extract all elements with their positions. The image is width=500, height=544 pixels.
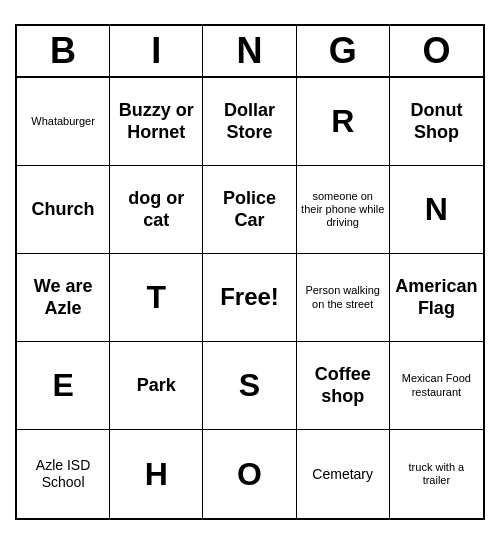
bingo-cell: Free! (203, 254, 296, 342)
header-letter: B (17, 26, 110, 76)
header-letter: O (390, 26, 483, 76)
bingo-cell: Church (17, 166, 110, 254)
bingo-cell: American Flag (390, 254, 483, 342)
header-letter: I (110, 26, 203, 76)
bingo-header: BINGO (17, 26, 483, 78)
bingo-cell: E (17, 342, 110, 430)
bingo-cell: Coffee shop (297, 342, 390, 430)
header-letter: G (297, 26, 390, 76)
bingo-cell: someone on their phone while driving (297, 166, 390, 254)
bingo-card: BINGO WhataburgerBuzzy or HornetDollar S… (15, 24, 485, 520)
bingo-cell: R (297, 78, 390, 166)
bingo-cell: Azle ISD School (17, 430, 110, 518)
bingo-cell: Donut Shop (390, 78, 483, 166)
bingo-cell: H (110, 430, 203, 518)
bingo-cell: Buzzy or Hornet (110, 78, 203, 166)
bingo-cell: O (203, 430, 296, 518)
bingo-cell: T (110, 254, 203, 342)
bingo-cell: Whataburger (17, 78, 110, 166)
bingo-cell: Cemetary (297, 430, 390, 518)
bingo-cell: Person walking on the street (297, 254, 390, 342)
bingo-cell: Police Car (203, 166, 296, 254)
bingo-cell: N (390, 166, 483, 254)
bingo-cell: truck with a trailer (390, 430, 483, 518)
bingo-grid: WhataburgerBuzzy or HornetDollar StoreRD… (17, 78, 483, 518)
bingo-cell: We are Azle (17, 254, 110, 342)
header-letter: N (203, 26, 296, 76)
bingo-cell: dog or cat (110, 166, 203, 254)
bingo-cell: S (203, 342, 296, 430)
bingo-cell: Dollar Store (203, 78, 296, 166)
bingo-cell: Mexican Food restaurant (390, 342, 483, 430)
bingo-cell: Park (110, 342, 203, 430)
